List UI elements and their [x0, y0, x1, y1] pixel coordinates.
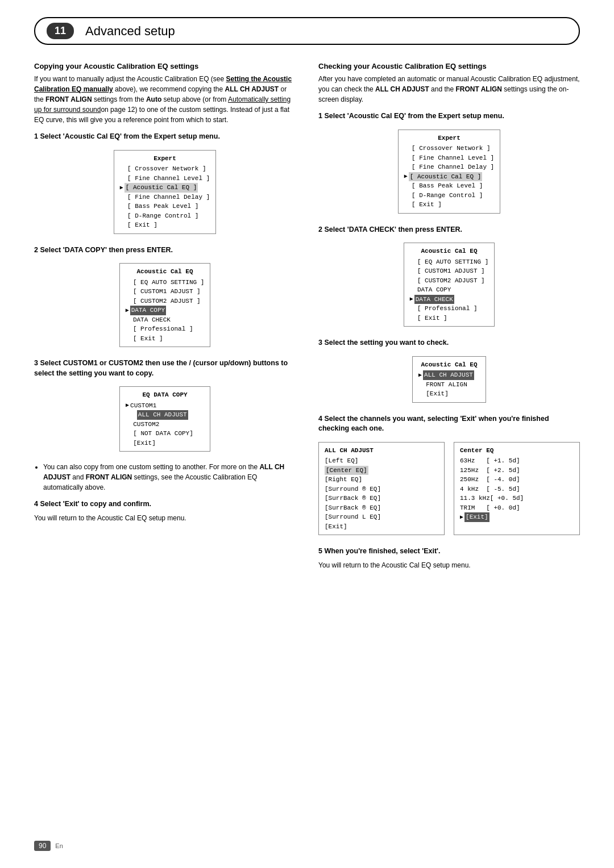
osd3-row-1: ALL CH ADJUST — [126, 410, 204, 420]
r-osd4a-row-6: [Surround L EQ] — [325, 512, 438, 522]
r-osd1-row-5: [ D-Range Control ] — [404, 191, 494, 201]
page-header: 11 Advanced setup — [34, 17, 580, 45]
osd1-arrow-2: ▶ — [120, 183, 123, 192]
right-step3-heading: 3 Select the setting you want to check. — [318, 338, 580, 348]
left-osd3-wrapper: EQ DATA COPY ▶CUSTOM1 ALL CH ADJUST CUST… — [34, 382, 296, 456]
r-osd4b-row-4: 11.3 kHz[ +0. 5d] — [460, 494, 574, 503]
main-content: Copying your Acoustic Calibration EQ set… — [34, 62, 580, 575]
osd3-row-3: [ NOT DATA COPY] — [126, 429, 204, 439]
osd2-row-0: [ EQ AUTO SETTING ] — [126, 278, 205, 287]
osd1-row-1-text: [ Fine Channel Level ] — [127, 174, 210, 183]
right-osd2-title: Acoustic Cal EQ — [410, 247, 489, 256]
osd1-row-4-text: [ Bass Peak Level ] — [127, 202, 198, 211]
footer-lang: En — [55, 842, 63, 849]
r-osd1-row-6: [ Exit ] — [404, 200, 494, 210]
osd2-row-5: [ Professional ] — [126, 324, 205, 334]
r-osd4b-row-1: 125Hz [ +2. 5d] — [460, 466, 574, 475]
osd1-row-6-text: [ Exit ] — [127, 220, 157, 230]
left-osd3-title: EQ DATA COPY — [126, 390, 204, 400]
r-osd2-row-1: [ CUSTOM1 ADJUST ] — [410, 266, 489, 276]
osd2-row-6: [ Exit ] — [126, 334, 205, 344]
r-osd1-row-0: [ Crossover Network ] — [404, 144, 494, 153]
left-osd1-wrapper: Expert [ Crossover Network ] [ Fine Chan… — [34, 145, 296, 239]
osd3-row-0: ▶CUSTOM1 — [126, 401, 204, 411]
r-osd4a-row-7: [Exit] — [325, 522, 438, 532]
osd2-row-2: [ CUSTOM2 ADJUST ] — [126, 297, 205, 306]
right-column: Checking your Acoustic Calibration EQ se… — [318, 62, 580, 575]
right-step4-heading: 4 Select the channels you want, selectin… — [318, 414, 580, 434]
osd1-row-3: [ Fine Channel Delay ] — [120, 193, 210, 202]
osd1-row-3-text: [ Fine Channel Delay ] — [127, 193, 210, 202]
r-osd1-row-2: [ Fine Channel Delay ] — [404, 162, 494, 172]
r-osd4a-row-4: [SurrBack ® EQ] — [325, 494, 438, 503]
right-bold-frontalign: FRONT ALIGN — [455, 85, 502, 93]
right-osd4b-title: Center EQ — [460, 446, 574, 456]
left-osd2-title: Acoustic Cal EQ — [126, 267, 205, 277]
right-osd4a: ALL CH ADJUST [Left EQ] [Center EQ] [Rig… — [318, 442, 445, 536]
r-osd4a-row-0: [Left EQ] — [325, 456, 438, 466]
r-osd1-row-1: [ Fine Channel Level ] — [404, 153, 494, 163]
left-section-heading: Copying your Acoustic Calibration EQ set… — [34, 62, 296, 70]
right-osd2-wrapper: Acoustic Cal EQ [ EQ AUTO SETTING ] [ CU… — [318, 238, 580, 331]
osd3-row-2: CUSTOM2 — [126, 420, 204, 429]
osd1-row-0-text: [ Crossover Network ] — [127, 164, 206, 174]
left-osd2-wrapper: Acoustic Cal EQ [ EQ AUTO SETTING ] [ CU… — [34, 258, 296, 352]
r-osd3-row-1: FRONT ALIGN — [418, 380, 480, 390]
r-osd4b-row-3: 4 kHz [ -5. 5d] — [460, 485, 574, 494]
r-osd2-row-0: [ EQ AUTO SETTING ] — [410, 257, 489, 267]
right-step2-heading: 2 Select 'DATA CHECK' then press ENTER. — [318, 225, 580, 235]
left-osd3: EQ DATA COPY ▶CUSTOM1 ALL CH ADJUST CUST… — [119, 386, 210, 452]
r-osd1-row-3: ▶[ Acoustic Cal EQ ] — [404, 172, 494, 182]
left-step2-heading: 2 Select 'DATA COPY' then press ENTER. — [34, 245, 296, 256]
left-osd2: Acoustic Cal EQ [ EQ AUTO SETTING ] [ CU… — [119, 263, 211, 347]
left-column: Copying your Acoustic Calibration EQ set… — [34, 62, 296, 575]
left-bold-frontalign: FRONT ALIGN — [45, 95, 92, 103]
right-osd2: Acoustic Cal EQ [ EQ AUTO SETTING ] [ CU… — [404, 243, 495, 327]
osd1-row-5: [ D-Range Control ] — [120, 211, 210, 221]
right-step5-heading: 5 When you're finished, select 'Exit'. — [318, 546, 580, 557]
osd2-row-1: [ CUSTOM1 ADJUST ] — [126, 287, 205, 297]
r-osd4b-row-0: 63Hz [ +1. 5d] — [460, 456, 574, 466]
r-osd2-row-6: [ Exit ] — [410, 314, 489, 323]
page-footer: 90 En — [34, 841, 63, 851]
osd2-row-4: DATA CHECK — [126, 315, 205, 325]
right-osd4-pair: ALL CH ADJUST [Left EQ] [Center EQ] [Rig… — [318, 437, 580, 540]
r-osd3-row-0: ▶ALL CH ADJUST — [418, 370, 480, 380]
r-osd4a-row-5: [SurrBack ® EQ] — [325, 503, 438, 513]
osd1-row-1: [ Fine Channel Level ] — [120, 174, 210, 183]
right-section-heading: Checking your Acoustic Calibration EQ se… — [318, 62, 580, 70]
left-step4-body: You will return to the Acoustic Cal EQ s… — [34, 513, 296, 523]
left-intro-para: If you want to manually adjust the Acous… — [34, 74, 296, 125]
osd3-row-4: [Exit] — [126, 439, 204, 448]
right-osd3-title: Acoustic Cal EQ — [418, 360, 480, 370]
left-step3-heading: 3 Select CUSTOM1 or CUSTOM2 then use the… — [34, 358, 296, 378]
osd1-row-6: [ Exit ] — [120, 220, 210, 230]
right-bold-allchadjust: ALL CH ADJUST — [375, 85, 429, 93]
r-osd2-row-2: [ CUSTOM2 ADJUST ] — [410, 276, 489, 286]
r-osd4b-row-5: TRIM [ +0. 0d] — [460, 503, 574, 513]
osd1-row-4: [ Bass Peak Level ] — [120, 202, 210, 211]
right-osd4a-title: ALL CH ADJUST — [325, 446, 438, 456]
right-osd3: Acoustic Cal EQ ▶ALL CH ADJUST FRONT ALI… — [412, 356, 486, 403]
left-bold-allchadjust: ALL CH ADJUST — [225, 85, 279, 93]
footer-page-number: 90 — [34, 841, 51, 851]
right-osd4b: Center EQ 63Hz [ +1. 5d] 125Hz [ +2. 5d]… — [454, 442, 580, 536]
r-osd4a-row-1: [Center EQ] — [325, 466, 438, 475]
left-step1-heading: 1 Select 'Acoustic Cal EQ' from the Expe… — [34, 132, 296, 142]
page-number: 11 — [47, 23, 74, 39]
r-osd4a-row-2: [Right EQ] — [325, 475, 438, 485]
left-bullet-item-0: You can also copy from one custom settin… — [43, 462, 296, 493]
osd1-row-2-text: [ Acoustic Cal EQ ] — [125, 183, 198, 193]
osd1-row-2: ▶[ Acoustic Cal EQ ] — [120, 183, 210, 193]
r-osd2-row-5: [ Professional ] — [410, 304, 489, 314]
osd1-row-5-text: [ D-Range Control ] — [127, 211, 198, 221]
r-osd2-row-4: ▶DATA CHECK — [410, 295, 489, 304]
left-osd1: Expert [ Crossover Network ] [ Fine Chan… — [114, 150, 216, 234]
r-osd4a-row-3: [Surround ® EQ] — [325, 485, 438, 494]
right-osd1-title: Expert — [404, 133, 494, 143]
right-step5-body: You will return to the Acoustic Cal EQ s… — [318, 560, 580, 570]
r-osd2-row-3: DATA COPY — [410, 285, 489, 295]
right-osd1-wrapper: Expert [ Crossover Network ] [ Fine Chan… — [318, 125, 580, 218]
right-step1-heading: 1 Select 'Acoustic Cal EQ' from the Expe… — [318, 111, 580, 122]
left-bold-auto: Auto — [146, 95, 161, 103]
